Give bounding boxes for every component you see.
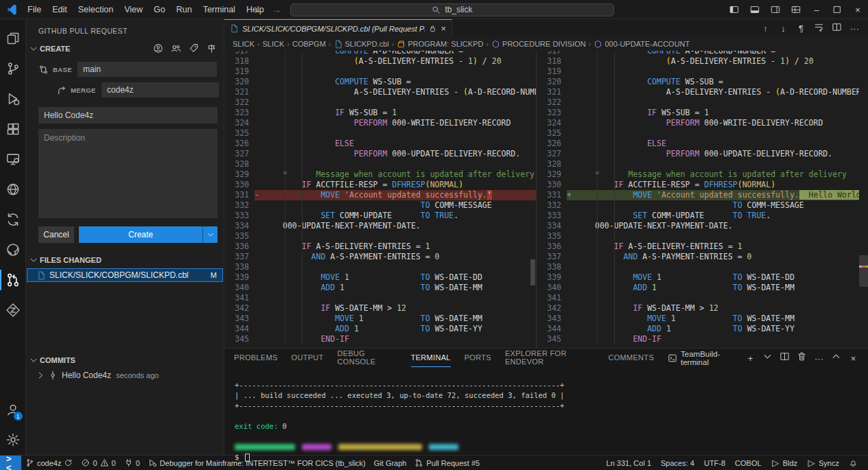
code-text[interactable]: [576, 97, 859, 108]
reviewers-button[interactable]: [171, 43, 183, 55]
status-bldz[interactable]: ▷Bldz: [766, 456, 802, 470]
panel-tab-debug-console[interactable]: DEBUG CONSOLE: [338, 349, 397, 367]
breadcrumb-item[interactable]: PROGRAM: SLICKPD: [397, 40, 483, 49]
code-text[interactable]: 000-UPDATE-NEXT-PAYMENT-DATE.: [264, 221, 536, 231]
code-text[interactable]: IF ACCTFILE-RESP = DFHRESP(NORMAL): [576, 180, 859, 190]
code-text[interactable]: ELSE: [264, 139, 536, 149]
maximize-button[interactable]: [827, 0, 847, 19]
code-text[interactable]: IF A-S-DELIVERY-ENTRIES = 1: [264, 242, 536, 252]
code-text[interactable]: [264, 67, 536, 77]
activity-github[interactable]: [0, 235, 26, 265]
new-terminal-button[interactable]: +: [745, 352, 755, 364]
toggle-secondary-sidebar-button[interactable]: [765, 0, 786, 19]
code-text[interactable]: IF WS-SUB = 1: [264, 108, 536, 118]
status-encoding[interactable]: UTF-8: [699, 456, 730, 470]
breadcrumb-item[interactable]: COBPGM: [292, 40, 326, 48]
commits-header[interactable]: COMMITS: [26, 353, 224, 368]
code-text[interactable]: MOVE 1 TO WS-DATE-DD: [264, 272, 536, 283]
menu-view[interactable]: View: [119, 0, 148, 19]
code-text[interactable]: ADD 1 TO WS-DATE-YY: [576, 324, 859, 334]
code-text[interactable]: [576, 67, 859, 77]
editor-tab[interactable]: SLICK/SLICK/COBPGM/SLICKPD.cbl (Pull Req…: [224, 19, 452, 37]
pr-title-input[interactable]: [38, 107, 218, 124]
nav-back-button[interactable]: ←: [254, 0, 263, 19]
menu-edit[interactable]: Edit: [47, 0, 73, 19]
base-branch-input[interactable]: [78, 62, 217, 77]
status-notifications[interactable]: [844, 456, 863, 470]
code-text[interactable]: END-IF: [576, 334, 859, 344]
code-text[interactable]: [576, 293, 859, 303]
code-text[interactable]: * Message when account is updated after …: [264, 169, 536, 180]
files-changed-header[interactable]: FILES CHANGED: [26, 252, 224, 268]
nav-forward-button[interactable]: →: [272, 0, 281, 19]
panel-tab-ports[interactable]: PORTS: [465, 349, 491, 367]
code-text[interactable]: IF ACCTFILE-RESP = DFHRESP(NORMAL): [264, 180, 536, 190]
more-actions-button[interactable]: ···: [849, 22, 860, 34]
code-text[interactable]: [264, 159, 536, 169]
status-pull-request[interactable]: Pull Request #5: [410, 456, 484, 470]
code-text[interactable]: * Message when account is updated after …: [576, 169, 859, 180]
next-change-button[interactable]: ↓: [778, 22, 788, 34]
menu-go[interactable]: Go: [148, 0, 171, 19]
toggle-word-wrap-button[interactable]: [814, 22, 824, 35]
code-text[interactable]: ADD 1 TO WS-DATE-MM: [576, 283, 859, 293]
close-panel-button[interactable]: ×: [848, 352, 858, 364]
create-button[interactable]: Create: [79, 226, 202, 243]
code-text[interactable]: SET COMM-UPDATE TO TRUE.: [576, 211, 859, 221]
activity-pipelines[interactable]: [0, 204, 26, 235]
code-text[interactable]: ADD 1 TO WS-DATE-MM: [264, 283, 536, 293]
overview-ruler[interactable]: [859, 51, 868, 348]
terminal-selector[interactable]: TeamBuild-terminal: [668, 350, 738, 366]
milestone-button[interactable]: [207, 43, 218, 55]
toggle-sidebar-button[interactable]: [724, 0, 744, 19]
toggle-panel-button[interactable]: [744, 0, 765, 19]
panel-tab-problems[interactable]: PROBLEMS: [234, 349, 278, 367]
diff-modified-pane[interactable]: 317 COMPUTE A-D-RECORD-NUMBER =318 (A-S-…: [537, 51, 868, 348]
code-text[interactable]: AND A-S-PAYMENT-ENTRIES = 0: [576, 252, 859, 262]
terminal-output[interactable]: +---------------------------------------…: [224, 367, 868, 462]
code-text[interactable]: MOVE 'Account updated successfully. Hell…: [576, 190, 859, 200]
labels-button[interactable]: [189, 43, 200, 55]
code-text[interactable]: [264, 293, 536, 303]
status-remote-indicator[interactable]: ><: [0, 456, 21, 470]
code-text[interactable]: A-S-DELIVERY-ENTRIES - (A-D-RECORD-NUMBE…: [576, 87, 859, 97]
code-text[interactable]: [264, 262, 536, 272]
code-text[interactable]: IF A-S-DELIVERY-ENTRIES = 1: [576, 242, 859, 252]
breadcrumb-item[interactable]: 000-UPDATE-ACCOUNT: [594, 40, 690, 49]
code-text[interactable]: [576, 262, 859, 272]
code-text[interactable]: A-S-DELIVERY-ENTRIES - (A-D-RECORD-NUMBE…: [264, 87, 536, 97]
maximize-panel-button[interactable]: [831, 351, 841, 364]
create-section-header[interactable]: CREATE: [26, 41, 224, 56]
status-cursor-position[interactable]: Ln 331, Col 1: [602, 456, 656, 470]
activity-github-pull-request[interactable]: [0, 265, 26, 295]
panel-more-actions-button[interactable]: ···: [814, 352, 824, 364]
toggle-whitespace-button[interactable]: ¶: [796, 22, 806, 34]
breadcrumb-item[interactable]: PROCEDURE DIVISION: [491, 40, 586, 49]
code-text[interactable]: COMPUTE WS-SUB =: [264, 77, 536, 87]
status-language-mode[interactable]: COBOL: [730, 456, 766, 470]
merge-branch-input[interactable]: [102, 82, 219, 97]
code-text[interactable]: PERFORM 000-WRITE-DELIVERY-RECORD: [576, 118, 859, 128]
activity-extensions[interactable]: [0, 114, 26, 144]
panel-tab-terminal[interactable]: TERMINAL: [411, 349, 451, 367]
code-text[interactable]: MOVE 1 TO WS-DATE-MM: [264, 314, 536, 324]
split-editor-button[interactable]: [832, 22, 842, 35]
code-text[interactable]: (A-S-DELIVERY-ENTRIES - 1) / 20: [576, 56, 859, 67]
activity-run-and-debug[interactable]: [0, 84, 26, 114]
status-problems[interactable]: 00: [77, 456, 119, 470]
split-terminal-button[interactable]: [779, 351, 790, 364]
activity-settings[interactable]: [0, 425, 26, 455]
breadcrumb-item[interactable]: SLICKPD.cbl: [334, 40, 389, 49]
menu-terminal[interactable]: Terminal: [198, 0, 241, 19]
activity-zowe-explorer[interactable]: [0, 295, 26, 325]
close-tab-icon[interactable]: ×: [441, 23, 446, 34]
status-indentation[interactable]: Spaces: 4: [656, 456, 699, 470]
code-text[interactable]: [576, 159, 859, 169]
file-row[interactable]: SLICK/SLICK/COBPGM/SLICKPD.cblM: [27, 268, 223, 282]
panel-tab-explorer-for-endevor[interactable]: EXPLORER FOR ENDEVOR: [505, 349, 595, 367]
menu-file[interactable]: File: [22, 0, 47, 19]
code-text[interactable]: IF WS-SUB = 1: [576, 108, 859, 118]
code-text[interactable]: PERFORM 000-WRITE-DELIVERY-RECORD: [264, 118, 536, 128]
code-text[interactable]: MOVE 1 TO WS-DATE-DD: [576, 272, 859, 283]
status-git-graph[interactable]: Git Graph: [370, 456, 411, 470]
